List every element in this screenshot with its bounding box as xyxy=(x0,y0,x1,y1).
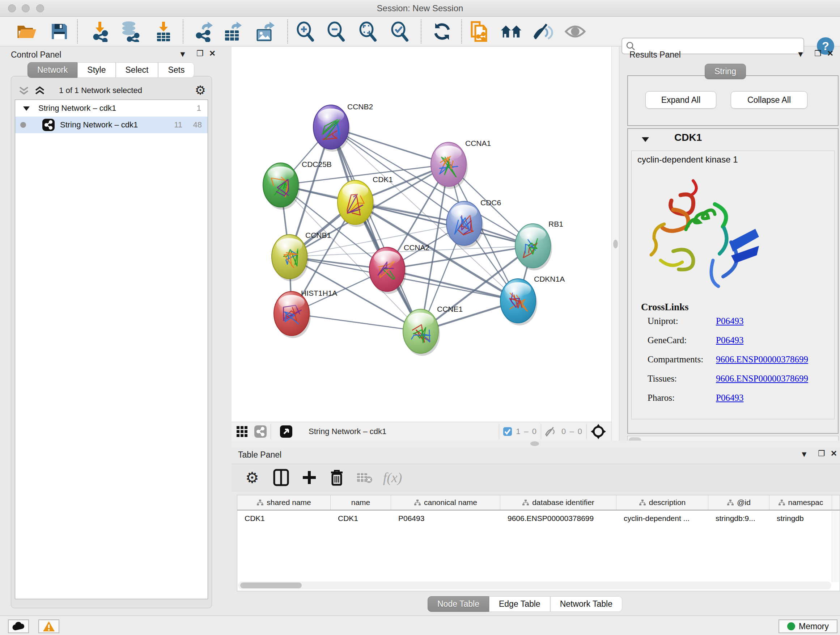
column-header-database-identifier[interactable]: database identifier xyxy=(500,495,616,510)
table-vertical-scrollbar[interactable] xyxy=(832,511,839,582)
zoom-fit-icon[interactable] xyxy=(357,21,379,42)
network-from-clipboard-icon[interactable] xyxy=(469,21,491,42)
cloud-status-button[interactable] xyxy=(8,619,29,633)
control-panel-title: Control Panel xyxy=(11,50,61,60)
show-all-icon[interactable] xyxy=(564,21,586,42)
zoom-out-icon[interactable] xyxy=(325,21,347,42)
tab-network[interactable]: Network xyxy=(27,62,77,78)
column-header-canonical-name[interactable]: canonical name xyxy=(391,495,500,510)
column-header-label: name xyxy=(351,498,370,507)
column-header-@id[interactable]: @id xyxy=(708,495,769,510)
import-table-file-icon[interactable] xyxy=(153,21,174,42)
table-cell[interactable]: 9606.ENSP00000378699 xyxy=(500,511,616,526)
tab-node-table[interactable]: Node Table xyxy=(428,596,489,612)
show-columns-icon[interactable] xyxy=(271,467,292,488)
results-panel-collapse-icon[interactable]: ▼ xyxy=(794,50,807,59)
delete-table-icon[interactable] xyxy=(354,467,375,488)
column-header-namespac[interactable]: namespac xyxy=(769,495,832,510)
results-panel-title: Results Panel xyxy=(630,50,681,60)
table-panel-float-icon[interactable]: ❐ xyxy=(815,449,828,458)
memory-status-dot xyxy=(787,622,795,630)
network-canvas[interactable]: CCNB2CCNA1CDC25BCDK1CDC6RB1CCNB1CCNA2CDK… xyxy=(232,47,611,421)
crosslink-link[interactable]: 9606.ENSP00000378699 xyxy=(716,374,808,384)
column-header-name[interactable]: name xyxy=(331,495,391,510)
tab-string[interactable]: String xyxy=(705,64,746,79)
table-cell[interactable]: CDK1 xyxy=(237,511,331,526)
table-row[interactable]: CDK1CDK1P064939606.ENSP00000378699cyclin… xyxy=(237,511,840,526)
first-neighbors-icon[interactable] xyxy=(500,21,522,42)
network-options-gear-icon[interactable]: ⚙ xyxy=(195,83,206,97)
add-column-icon[interactable] xyxy=(299,467,320,488)
expand-all-button[interactable]: Expand All xyxy=(645,91,716,109)
table-cell[interactable]: CDK1 xyxy=(331,511,391,526)
collapse-all-button[interactable]: Collapse All xyxy=(731,91,807,109)
control-panel-float-icon[interactable]: ❐ xyxy=(194,49,206,58)
open-session-icon[interactable] xyxy=(16,21,38,42)
table-cell[interactable]: P06493 xyxy=(391,511,500,526)
tab-sets[interactable]: Sets xyxy=(158,62,194,78)
control-panel-collapse-icon[interactable]: ▼ xyxy=(177,50,189,59)
gene-expander-icon[interactable] xyxy=(641,136,650,143)
control-panel-tabs: NetworkStyleSelectSets xyxy=(27,62,194,78)
crosslink-row: Compartments:9606.ENSP00000378699 xyxy=(632,355,834,374)
crosslink-link[interactable]: 9606.ENSP00000378699 xyxy=(716,355,808,364)
network-tab-content: 1 of 1 Network selected ⚙ String Network… xyxy=(11,76,212,608)
results-panel-close-icon[interactable]: ✕ xyxy=(824,49,836,58)
network-share-icon[interactable] xyxy=(254,425,267,438)
tab-select[interactable]: Select xyxy=(116,62,158,78)
crosslink-label: Tissues: xyxy=(647,374,677,384)
node-table: shared namenamecanonical namedatabase id… xyxy=(237,495,840,591)
table-horizontal-scrollbar[interactable] xyxy=(238,581,831,589)
table-panel-collapse-icon[interactable]: ▼ xyxy=(798,450,810,459)
export-network-icon[interactable] xyxy=(193,21,215,42)
results-panel-float-icon[interactable]: ❐ xyxy=(812,49,824,58)
refresh-view-icon[interactable] xyxy=(431,21,453,42)
import-network-file-icon[interactable] xyxy=(90,21,111,42)
node-label-CDC25B: CDC25B xyxy=(302,160,332,168)
column-header-shared-name[interactable]: shared name xyxy=(237,495,331,510)
horizontal-splitter[interactable] xyxy=(232,440,840,447)
table-cell[interactable]: stringdb xyxy=(769,511,832,526)
table-cell[interactable]: stringdb:9... xyxy=(708,511,769,526)
tree-expander-icon[interactable] xyxy=(22,105,30,111)
scrollbar-thumb[interactable] xyxy=(240,583,302,588)
export-image-icon[interactable] xyxy=(255,21,276,42)
birds-eye-toggle-icon[interactable] xyxy=(591,424,606,440)
memory-button[interactable]: Memory xyxy=(778,619,837,633)
crosslink-link[interactable]: P06493 xyxy=(716,393,744,403)
table-settings-gear-icon[interactable]: ⚙ xyxy=(242,467,263,488)
network-collection-row[interactable]: String Network – cdk1 1 xyxy=(15,100,208,117)
crosslink-link[interactable]: P06493 xyxy=(716,316,744,326)
crosslink-link[interactable]: P06493 xyxy=(716,335,744,345)
table-panel-close-icon[interactable]: ✕ xyxy=(828,449,840,458)
control-panel-close-icon[interactable]: ✕ xyxy=(206,49,218,58)
column-header-description[interactable]: description xyxy=(616,495,708,510)
warnings-button[interactable] xyxy=(38,619,59,633)
export-table-icon[interactable] xyxy=(222,21,244,42)
vertical-splitter[interactable] xyxy=(611,47,619,440)
zoom-in-icon[interactable] xyxy=(294,21,316,42)
footer-separator xyxy=(586,424,587,439)
tab-edge-table[interactable]: Edge Table xyxy=(489,596,550,612)
detach-view-icon[interactable] xyxy=(279,425,293,438)
hidden-eye-icon[interactable] xyxy=(545,426,558,437)
grid-view-icon[interactable] xyxy=(236,425,248,438)
splitter-handle[interactable] xyxy=(613,240,618,249)
network-edge xyxy=(387,269,518,301)
import-network-database-icon[interactable] xyxy=(119,21,141,42)
string-network-icon xyxy=(42,119,55,131)
tab-style[interactable]: Style xyxy=(77,62,115,78)
save-session-icon[interactable] xyxy=(49,21,70,42)
tab-network-table[interactable]: Network Table xyxy=(550,596,622,612)
selected-checkbox-icon[interactable] xyxy=(503,427,512,436)
delete-column-icon[interactable] xyxy=(326,467,347,488)
zoom-selected-icon[interactable] xyxy=(389,21,411,42)
hide-selected-icon[interactable] xyxy=(532,21,554,42)
table-cell[interactable]: cyclin-dependent ... xyxy=(616,511,708,526)
column-header-label: description xyxy=(649,498,686,507)
network-row[interactable]: String Network – cdk1 11 48 xyxy=(15,117,208,133)
shared-column-icon xyxy=(727,500,734,506)
splitter-handle[interactable] xyxy=(531,441,539,446)
shared-column-icon xyxy=(256,500,264,506)
function-builder-icon[interactable]: f(x) xyxy=(382,467,403,488)
